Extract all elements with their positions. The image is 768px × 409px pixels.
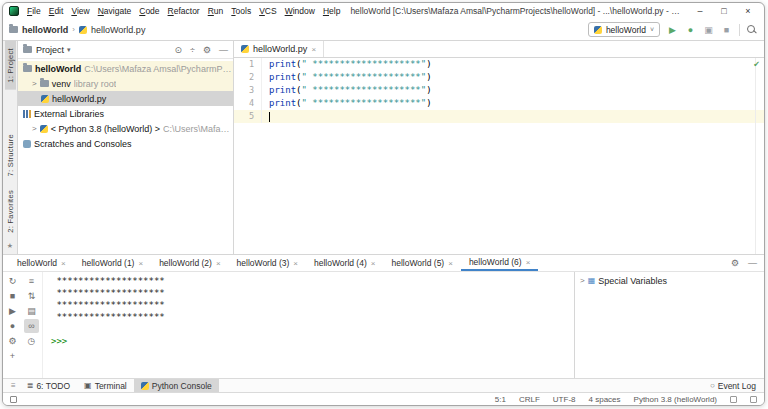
- tree-row[interactable]: External Libraries: [18, 106, 233, 121]
- stop-icon[interactable]: ■: [5, 289, 20, 303]
- tree-row[interactable]: Scratches and Consoles: [18, 136, 233, 151]
- menu-code[interactable]: Code: [135, 6, 163, 16]
- console-prompt[interactable]: >>>: [51, 335, 574, 347]
- settings-gear-icon[interactable]: ⚙: [5, 334, 20, 348]
- add-console-icon[interactable]: +: [5, 349, 20, 363]
- status-segment-2[interactable]: UTF-8: [553, 395, 576, 404]
- code-line[interactable]: 3print(" ********************"): [234, 84, 764, 97]
- tool-window-button-terminal[interactable]: ▣Terminal: [77, 379, 134, 392]
- code-line[interactable]: 2print(" ********************"): [234, 71, 764, 84]
- close-icon[interactable]: ×: [138, 259, 143, 268]
- console-settings-icon[interactable]: ⚙: [731, 258, 739, 268]
- console-tab[interactable]: helloWorld×: [9, 255, 74, 271]
- editor-scrollbar[interactable]: [755, 58, 764, 254]
- close-button[interactable]: ×: [736, 3, 760, 19]
- status-segment-4[interactable]: Python 3.8 (helloWorld): [634, 395, 717, 404]
- menu-tools[interactable]: Tools: [227, 6, 255, 16]
- console-body: ↻■▶●⚙+ ≡⇅▤∞◷ ******************** ******…: [3, 272, 764, 378]
- menu-view[interactable]: View: [67, 6, 93, 16]
- tree-row[interactable]: >< Python 3.8 (helloWorld) >C:\Users\Maf…: [18, 121, 233, 136]
- tree-row[interactable]: helloWorldC:\Users\Mafaza Amsal\PycharmP…: [18, 61, 233, 76]
- settings-icon[interactable]: ⚙: [203, 45, 211, 55]
- hide-console-icon[interactable]: —: [748, 258, 757, 268]
- project-panel-title[interactable]: Project: [36, 45, 64, 55]
- special-variables-label[interactable]: Special Variables: [598, 276, 667, 286]
- close-icon[interactable]: ×: [61, 259, 66, 268]
- status-segment-1[interactable]: CRLF: [519, 395, 540, 404]
- menu-help[interactable]: Help: [319, 6, 344, 16]
- soft-wrap-icon[interactable]: ≡: [24, 274, 39, 288]
- status-bar-widgets: 5:1CRLFUTF-84 spacesPython 3.8 (helloWor…: [495, 395, 757, 404]
- menu-file[interactable]: File: [23, 6, 45, 16]
- code-token: " ********************": [302, 72, 427, 82]
- debug-attach-icon[interactable]: ●: [5, 319, 20, 333]
- close-icon[interactable]: ×: [216, 259, 221, 268]
- close-icon[interactable]: ×: [526, 258, 531, 267]
- menu-vcs[interactable]: VCS: [255, 6, 280, 16]
- console-tab[interactable]: helloWorld (5)×: [383, 255, 460, 271]
- tool-window-button-python-console[interactable]: Python Console: [134, 379, 219, 392]
- console-tab[interactable]: helloWorld (3)×: [229, 255, 306, 271]
- tool-window-project[interactable]: 1: Project: [5, 41, 16, 90]
- collapse-all-icon[interactable]: ÷: [190, 45, 195, 55]
- tool-window-toggle-icon[interactable]: [10, 396, 17, 403]
- menu-window[interactable]: Window: [281, 6, 319, 16]
- maximize-button[interactable]: □: [712, 3, 736, 19]
- tree-row[interactable]: helloWorld.py: [18, 91, 233, 106]
- rerun-icon[interactable]: ↻: [5, 274, 20, 288]
- debug-button[interactable]: ●: [685, 24, 696, 36]
- search-everywhere-icon[interactable]: [747, 25, 756, 34]
- hamburger-icon[interactable]: ≡: [11, 381, 16, 390]
- editor-tab[interactable]: helloWorld.py ×: [234, 41, 324, 57]
- run-icon[interactable]: ▶: [5, 304, 20, 318]
- status-segment-0[interactable]: 5:1: [495, 395, 506, 404]
- run-button[interactable]: ▶: [667, 24, 678, 36]
- chevron-right-icon[interactable]: >: [580, 276, 585, 285]
- tool-window-button-6-todo[interactable]: ≣6: TODO: [20, 379, 77, 392]
- code-line[interactable]: 4print(" ********************"): [234, 97, 764, 110]
- run-configuration-select[interactable]: helloWorld ˅: [588, 22, 660, 37]
- console-tab[interactable]: helloWorld (1)×: [74, 255, 151, 271]
- menu-navigate[interactable]: Navigate: [94, 6, 136, 16]
- console-tab[interactable]: helloWorld (2)×: [151, 255, 228, 271]
- breadcrumb-project[interactable]: helloWorld: [22, 25, 68, 35]
- event-log-button[interactable]: ○ Event Log: [710, 379, 760, 392]
- tool-window-structure[interactable]: 7: Structure: [5, 127, 16, 183]
- tree-row[interactable]: >venvlibrary root: [18, 76, 233, 91]
- chevron-right-icon[interactable]: >: [32, 124, 37, 133]
- history-icon[interactable]: ◷: [24, 334, 39, 348]
- menu-run[interactable]: Run: [204, 6, 228, 16]
- chevron-right-icon[interactable]: >: [32, 79, 37, 88]
- console-tab[interactable]: helloWorld (4)×: [306, 255, 383, 271]
- locate-icon[interactable]: ⊙: [174, 45, 182, 55]
- scroll-to-end-icon[interactable]: ⇅: [24, 289, 39, 303]
- stop-button[interactable]: ■: [721, 24, 732, 36]
- minimize-button[interactable]: –: [688, 3, 712, 19]
- coverage-button[interactable]: ▣: [703, 24, 714, 36]
- toolbar-divider: [739, 24, 740, 36]
- console-output[interactable]: ******************** *******************…: [43, 272, 574, 378]
- tool-window-favorites[interactable]: 2: Favorites: [5, 183, 16, 240]
- window-title: helloWorld [C:\Users\Mafaza Amsal\Pychar…: [350, 6, 680, 16]
- code-text: print(" ********************"): [262, 97, 432, 110]
- reader-mode-icon[interactable]: [750, 396, 757, 403]
- show-variables-icon[interactable]: ∞: [24, 319, 39, 333]
- console-tab[interactable]: helloWorld (6)×: [461, 255, 538, 271]
- print-icon[interactable]: ▤: [24, 304, 39, 318]
- breadcrumb-file[interactable]: helloWorld.py: [91, 25, 145, 35]
- code-line[interactable]: 1print(" ********************"): [234, 58, 764, 71]
- hide-panel-icon[interactable]: —: [219, 45, 228, 55]
- menu-refactor[interactable]: Refactor: [164, 6, 204, 16]
- code-line[interactable]: 5: [234, 110, 764, 123]
- close-icon[interactable]: ×: [371, 259, 376, 268]
- close-icon[interactable]: ×: [311, 45, 316, 54]
- menu-edit[interactable]: Edit: [45, 6, 68, 16]
- console-output-line: ********************: [51, 299, 574, 311]
- lock-icon[interactable]: [730, 396, 737, 403]
- inspections-ok-icon[interactable]: ✔: [753, 60, 760, 69]
- close-icon[interactable]: ×: [293, 259, 298, 268]
- close-icon[interactable]: ×: [448, 259, 453, 268]
- status-segment-3[interactable]: 4 spaces: [589, 395, 621, 404]
- python-icon: [594, 26, 602, 34]
- editor-body[interactable]: 1print(" ********************")2print(" …: [234, 58, 764, 254]
